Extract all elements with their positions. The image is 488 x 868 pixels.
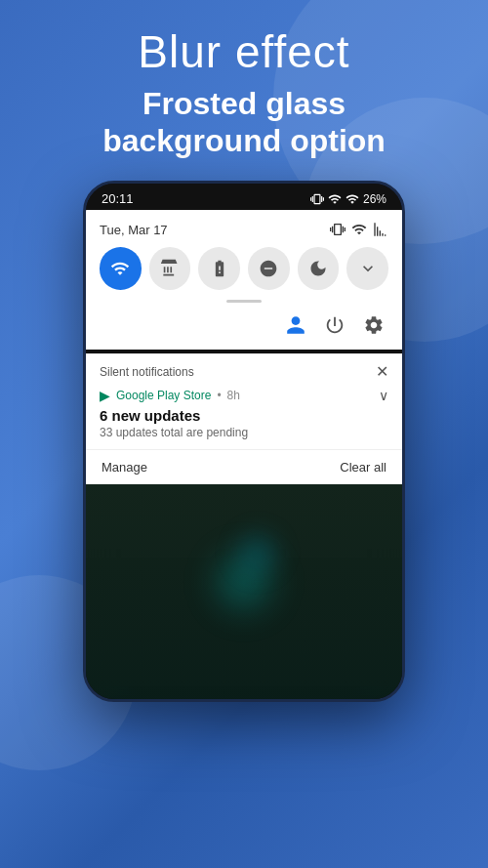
qs-tile-battery[interactable] xyxy=(198,247,240,290)
qs-tile-wifi[interactable] xyxy=(100,247,142,290)
blur-blob-2 xyxy=(228,523,287,582)
notification-app-info: ▶ Google Play Store • 8h xyxy=(100,388,240,403)
notification-close-icon[interactable]: ✕ xyxy=(376,364,388,380)
qs-user-icon[interactable] xyxy=(281,310,310,340)
qs-settings-icon[interactable] xyxy=(359,310,388,340)
clear-all-button[interactable]: Clear all xyxy=(340,460,386,475)
qs-tile-darkmode[interactable] xyxy=(298,247,340,290)
qs-handle xyxy=(226,300,262,303)
notification-panel: Silent notifications ✕ ▶ Google Play Sto… xyxy=(86,353,402,449)
qs-tile-expand[interactable] xyxy=(346,247,388,290)
qs-date-icons xyxy=(330,222,388,237)
phone-mockup: 20:11 26% Tue, Mar 17 xyxy=(83,181,405,702)
notification-time: • xyxy=(217,389,221,402)
notification-title: 6 new updates xyxy=(100,407,388,424)
notification-time-ago: 8h xyxy=(227,389,240,402)
notification-section-title: Silent notifications xyxy=(100,365,194,379)
qs-power-icon[interactable] xyxy=(320,310,349,340)
status-icons: 26% xyxy=(310,192,386,206)
qs-tiles-row xyxy=(100,247,388,290)
qs-wifi-icon xyxy=(351,222,367,237)
notification-expand-icon[interactable]: ∨ xyxy=(379,388,388,403)
qs-tile-dnd[interactable] xyxy=(248,247,290,290)
qs-bottom-icons xyxy=(100,310,388,340)
notification-body: 33 updates total are pending xyxy=(100,426,388,439)
wifi-status-icon xyxy=(328,192,342,206)
quick-settings-panel: Tue, Mar 17 xyxy=(86,210,402,350)
qs-vibrate-icon xyxy=(330,222,346,237)
notification-actions: Manage Clear all xyxy=(86,449,402,484)
play-store-icon: ▶ xyxy=(100,388,110,403)
battery-level: 26% xyxy=(363,192,386,206)
status-time: 20:11 xyxy=(102,191,134,206)
notification-app-row: ▶ Google Play Store • 8h ∨ xyxy=(100,388,388,403)
vibrate-icon xyxy=(310,192,324,206)
status-bar: 20:11 26% xyxy=(86,184,402,210)
manage-button[interactable]: Manage xyxy=(102,460,147,475)
qs-date: Tue, Mar 17 xyxy=(100,223,168,237)
page-container: Blur effect Frosted glass background opt… xyxy=(0,0,488,868)
qs-tile-data[interactable] xyxy=(149,247,191,290)
notification-app-name: Google Play Store xyxy=(116,389,211,402)
frosted-glass-area xyxy=(86,484,402,699)
qs-date-row: Tue, Mar 17 xyxy=(100,222,388,237)
qs-signal-icon xyxy=(373,222,388,237)
signal-icon xyxy=(346,192,359,206)
notification-header: Silent notifications ✕ xyxy=(100,364,388,380)
